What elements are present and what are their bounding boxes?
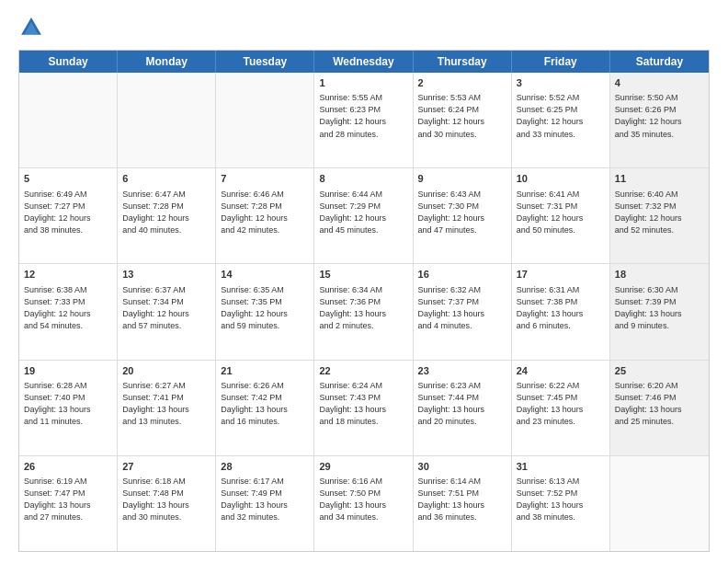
calendar-header-row: SundayMondayTuesdayWednesdayThursdayFrid… [19,51,709,73]
day-number: 7 [221,172,309,186]
day-number: 2 [418,76,506,90]
cell-text: Sunrise: 5:55 AMSunset: 6:23 PMDaylight:… [319,92,407,140]
header [18,15,710,40]
calendar-cell: 11Sunrise: 6:40 AMSunset: 7:32 PMDayligh… [610,168,709,263]
calendar-row: 19Sunrise: 6:28 AMSunset: 7:40 PMDayligh… [19,361,709,456]
day-number: 18 [615,268,704,282]
calendar-cell: 15Sunrise: 6:34 AMSunset: 7:36 PMDayligh… [314,264,413,359]
calendar-cell: 27Sunrise: 6:18 AMSunset: 7:48 PMDayligh… [118,456,216,551]
weekday-header: Friday [512,51,610,73]
weekday-header: Monday [118,51,216,73]
calendar-cell: 6Sunrise: 6:47 AMSunset: 7:28 PMDaylight… [118,168,216,263]
day-number: 4 [615,76,704,90]
day-number: 24 [517,364,605,378]
day-number: 6 [122,172,210,186]
calendar-cell: 30Sunrise: 6:14 AMSunset: 7:51 PMDayligh… [414,456,512,551]
calendar-cell: 31Sunrise: 6:13 AMSunset: 7:52 PMDayligh… [512,456,610,551]
calendar-cell: 1Sunrise: 5:55 AMSunset: 6:23 PMDaylight… [314,73,413,167]
cell-text: Sunrise: 5:50 AMSunset: 6:26 PMDaylight:… [615,92,704,140]
day-number: 28 [221,460,309,474]
calendar-cell: 2Sunrise: 5:53 AMSunset: 6:24 PMDaylight… [414,73,512,167]
cell-text: Sunrise: 5:52 AMSunset: 6:25 PMDaylight:… [517,92,605,140]
cell-text: Sunrise: 6:14 AMSunset: 7:51 PMDaylight:… [418,476,506,523]
calendar-cell: 19Sunrise: 6:28 AMSunset: 7:40 PMDayligh… [19,361,118,455]
day-number: 3 [517,76,605,90]
day-number: 5 [24,172,112,186]
cell-text: Sunrise: 6:46 AMSunset: 7:28 PMDaylight:… [221,189,309,236]
logo [18,15,48,40]
calendar-cell: 24Sunrise: 6:22 AMSunset: 7:45 PMDayligh… [512,361,610,455]
day-number: 29 [319,460,407,474]
day-number: 23 [418,364,506,378]
calendar-cell: 4Sunrise: 5:50 AMSunset: 6:26 PMDaylight… [610,73,709,167]
day-number: 31 [517,460,605,474]
day-number: 17 [517,268,605,282]
cell-text: Sunrise: 6:26 AMSunset: 7:42 PMDaylight:… [221,380,309,428]
calendar-cell: 20Sunrise: 6:27 AMSunset: 7:41 PMDayligh… [118,361,216,455]
calendar-cell: 23Sunrise: 6:23 AMSunset: 7:44 PMDayligh… [414,361,512,455]
day-number: 26 [24,460,112,474]
calendar-cell: 22Sunrise: 6:24 AMSunset: 7:43 PMDayligh… [314,361,413,455]
day-number: 30 [418,460,506,474]
cell-text: Sunrise: 6:49 AMSunset: 7:27 PMDaylight:… [24,189,112,236]
calendar-cell: 3Sunrise: 5:52 AMSunset: 6:25 PMDaylight… [512,73,610,167]
calendar-cell: 16Sunrise: 6:32 AMSunset: 7:37 PMDayligh… [414,264,512,359]
calendar-cell [610,456,709,551]
calendar-row: 5Sunrise: 6:49 AMSunset: 7:27 PMDaylight… [19,168,709,264]
calendar-cell: 29Sunrise: 6:16 AMSunset: 7:50 PMDayligh… [314,456,413,551]
cell-text: Sunrise: 6:31 AMSunset: 7:38 PMDaylight:… [517,284,605,332]
cell-text: Sunrise: 6:38 AMSunset: 7:33 PMDaylight:… [24,284,112,332]
calendar-cell: 21Sunrise: 6:26 AMSunset: 7:42 PMDayligh… [216,361,314,455]
cell-text: Sunrise: 6:47 AMSunset: 7:28 PMDaylight:… [122,189,210,236]
cell-text: Sunrise: 6:18 AMSunset: 7:48 PMDaylight:… [122,476,210,523]
cell-text: Sunrise: 6:17 AMSunset: 7:49 PMDaylight:… [221,476,309,523]
cell-text: Sunrise: 6:35 AMSunset: 7:35 PMDaylight:… [221,284,309,332]
cell-text: Sunrise: 6:22 AMSunset: 7:45 PMDaylight:… [517,380,605,428]
day-number: 27 [122,460,210,474]
cell-text: Sunrise: 6:20 AMSunset: 7:46 PMDaylight:… [615,380,704,428]
calendar-cell: 12Sunrise: 6:38 AMSunset: 7:33 PMDayligh… [19,264,118,359]
cell-text: Sunrise: 6:37 AMSunset: 7:34 PMDaylight:… [122,284,210,332]
calendar-row: 12Sunrise: 6:38 AMSunset: 7:33 PMDayligh… [19,264,709,360]
cell-text: Sunrise: 6:40 AMSunset: 7:32 PMDaylight:… [615,189,704,236]
cell-text: Sunrise: 6:27 AMSunset: 7:41 PMDaylight:… [122,380,210,428]
calendar-cell: 10Sunrise: 6:41 AMSunset: 7:31 PMDayligh… [512,168,610,263]
day-number: 21 [221,364,309,378]
calendar-cell: 14Sunrise: 6:35 AMSunset: 7:35 PMDayligh… [216,264,314,359]
calendar-cell: 13Sunrise: 6:37 AMSunset: 7:34 PMDayligh… [118,264,216,359]
cell-text: Sunrise: 6:41 AMSunset: 7:31 PMDaylight:… [517,189,605,236]
calendar-cell: 26Sunrise: 6:19 AMSunset: 7:47 PMDayligh… [19,456,118,551]
calendar: SundayMondayTuesdayWednesdayThursdayFrid… [18,50,710,552]
cell-text: Sunrise: 6:23 AMSunset: 7:44 PMDaylight:… [418,380,506,428]
day-number: 12 [24,268,112,282]
day-number: 8 [319,172,407,186]
calendar-cell: 28Sunrise: 6:17 AMSunset: 7:49 PMDayligh… [216,456,314,551]
cell-text: Sunrise: 6:44 AMSunset: 7:29 PMDaylight:… [319,189,407,236]
calendar-row: 1Sunrise: 5:55 AMSunset: 6:23 PMDaylight… [19,73,709,168]
calendar-cell: 8Sunrise: 6:44 AMSunset: 7:29 PMDaylight… [314,168,413,263]
calendar-cell: 17Sunrise: 6:31 AMSunset: 7:38 PMDayligh… [512,264,610,359]
day-number: 16 [418,268,506,282]
cell-text: Sunrise: 6:30 AMSunset: 7:39 PMDaylight:… [615,284,704,332]
calendar-cell: 9Sunrise: 6:43 AMSunset: 7:30 PMDaylight… [414,168,512,263]
cell-text: Sunrise: 6:32 AMSunset: 7:37 PMDaylight:… [418,284,506,332]
weekday-header: Wednesday [314,51,413,73]
day-number: 1 [319,76,407,90]
cell-text: Sunrise: 6:13 AMSunset: 7:52 PMDaylight:… [517,476,605,523]
cell-text: Sunrise: 6:19 AMSunset: 7:47 PMDaylight:… [24,476,112,523]
day-number: 14 [221,268,309,282]
day-number: 15 [319,268,407,282]
cell-text: Sunrise: 6:43 AMSunset: 7:30 PMDaylight:… [418,189,506,236]
day-number: 19 [24,364,112,378]
calendar-body: 1Sunrise: 5:55 AMSunset: 6:23 PMDaylight… [19,73,709,551]
weekday-header: Tuesday [216,51,314,73]
cell-text: Sunrise: 6:28 AMSunset: 7:40 PMDaylight:… [24,380,112,428]
calendar-cell: 5Sunrise: 6:49 AMSunset: 7:27 PMDaylight… [19,168,118,263]
calendar-row: 26Sunrise: 6:19 AMSunset: 7:47 PMDayligh… [19,456,709,551]
day-number: 13 [122,268,210,282]
logo-icon [18,15,44,40]
weekday-header: Sunday [19,51,118,73]
calendar-cell: 7Sunrise: 6:46 AMSunset: 7:28 PMDaylight… [216,168,314,263]
cell-text: Sunrise: 6:16 AMSunset: 7:50 PMDaylight:… [319,476,407,523]
day-number: 10 [517,172,605,186]
